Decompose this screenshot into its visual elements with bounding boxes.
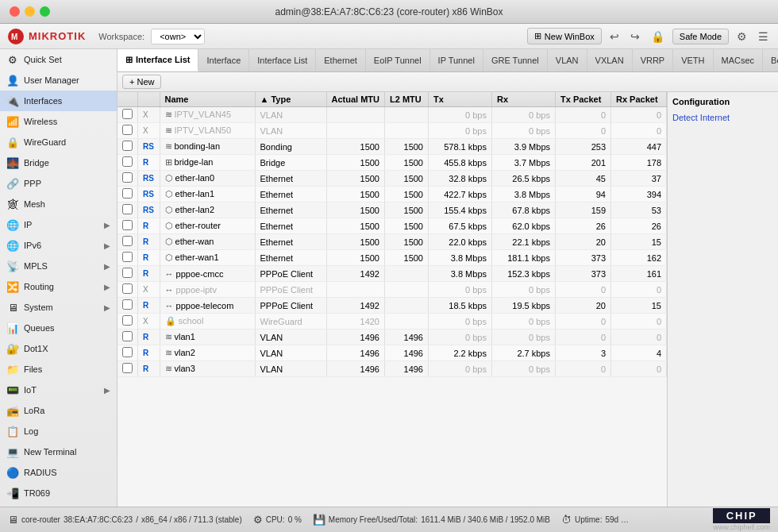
sidebar-item-ppp[interactable]: 🔗 PPP: [0, 173, 117, 194]
sidebar-item-bridge[interactable]: 🌉 Bridge: [0, 152, 117, 173]
col-rxp-header[interactable]: Rx Packet: [611, 92, 667, 107]
row-checkbox-cell[interactable]: [117, 282, 138, 298]
sidebar-item-new-terminal[interactable]: 💻 New Terminal: [0, 441, 117, 462]
table-row[interactable]: X ↔ pppoe-iptv PPPoE Client 0 bps 0 bps …: [117, 282, 667, 298]
row-checkbox[interactable]: [122, 283, 133, 294]
sidebar-item-log[interactable]: 📋 Log: [0, 421, 117, 441]
row-checkbox[interactable]: [122, 268, 133, 278]
sidebar-item-tools[interactable]: 🔧 Tools ▶: [0, 503, 117, 507]
sidebar-item-routing[interactable]: 🔀 Routing ▶: [0, 276, 117, 297]
sidebar-item-tr069[interactable]: 📲 TR069: [0, 483, 117, 503]
sidebar-item-system[interactable]: 🖥 System ▶: [0, 297, 117, 318]
tab-ip-tunnel-tab[interactable]: IP Tunnel: [430, 49, 483, 71]
tab-veth-tab[interactable]: VETH: [673, 49, 713, 71]
redo-button[interactable]: ↪: [627, 29, 643, 44]
table-row[interactable]: RS ⬡ ether-lan1 Ethernet 1500 1500 422.7…: [117, 187, 667, 202]
sidebar-item-mpls[interactable]: 📡 MPLS ▶: [0, 256, 117, 276]
row-checkbox[interactable]: [122, 220, 133, 230]
col-name-header[interactable]: Name: [160, 92, 255, 107]
new-winbox-button[interactable]: ⊞ New WinBox: [527, 28, 602, 44]
menu-icon[interactable]: ☰: [755, 29, 772, 44]
tab-gre-tunnel-tab[interactable]: GRE Tunnel: [483, 49, 548, 71]
sidebar-item-quick-set[interactable]: ⚙ Quick Set: [0, 49, 117, 70]
col-type-header[interactable]: ▲ Type: [255, 92, 326, 107]
row-checkbox-cell[interactable]: [117, 250, 138, 266]
tab-bonding-tab[interactable]: Bonding: [763, 49, 778, 71]
tab-interface-list-2[interactable]: Interface List: [249, 49, 316, 71]
row-checkbox[interactable]: [122, 125, 133, 135]
col-l2mtu-header[interactable]: L2 MTU: [385, 92, 429, 107]
tab-vxlan-tab[interactable]: VXLAN: [587, 49, 633, 71]
table-row[interactable]: R ↔ pppoe-cmcc PPPoE Client 1492 3.8 Mbp…: [117, 266, 667, 282]
sidebar-item-lora[interactable]: 📻 LoRa: [0, 400, 117, 421]
col-check[interactable]: [117, 92, 138, 107]
row-checkbox-cell[interactable]: [117, 107, 138, 123]
workspace-select[interactable]: <own>: [151, 29, 205, 44]
detect-internet-link[interactable]: Detect Internet: [672, 111, 773, 124]
sidebar-item-ip[interactable]: 🌐 IP ▶: [0, 214, 117, 235]
row-checkbox[interactable]: [122, 188, 133, 199]
row-checkbox-cell[interactable]: [117, 171, 138, 187]
sidebar-item-ipv6[interactable]: 🌐 IPv6 ▶: [0, 235, 117, 256]
row-checkbox[interactable]: [122, 156, 133, 167]
row-checkbox-cell[interactable]: [117, 187, 138, 202]
table-row[interactable]: R ⬡ ether-wan1 Ethernet 1500 1500 3.8 Mb…: [117, 250, 667, 266]
row-checkbox[interactable]: [122, 172, 133, 183]
settings-icon[interactable]: ⚙: [734, 29, 750, 44]
row-checkbox[interactable]: [122, 331, 133, 341]
row-checkbox[interactable]: [122, 363, 133, 373]
tab-macsec-tab[interactable]: MACsec: [714, 49, 764, 71]
row-checkbox-cell[interactable]: [117, 155, 138, 171]
sidebar-item-queues[interactable]: 📊 Queues: [0, 318, 117, 338]
tab-eoip-tunnel-tab[interactable]: EoIP Tunnel: [366, 49, 430, 71]
tab-interface-tab[interactable]: Interface: [198, 49, 249, 71]
safe-mode-button[interactable]: Safe Mode: [672, 29, 729, 44]
row-checkbox-cell[interactable]: [117, 139, 138, 155]
table-row[interactable]: R ↔ pppoe-telecom PPPoE Client 1492 18.5…: [117, 298, 667, 314]
table-row[interactable]: X 🔒 school WireGuard 1420 0 bps 0 bps 0 …: [117, 314, 667, 330]
row-checkbox[interactable]: [122, 204, 133, 214]
sidebar-item-iot[interactable]: 📟 IoT ▶: [0, 380, 117, 400]
row-checkbox[interactable]: [122, 252, 133, 262]
row-checkbox-cell[interactable]: [117, 234, 138, 250]
row-checkbox-cell[interactable]: [117, 202, 138, 218]
table-row[interactable]: R ≋ vlan1 VLAN 1496 1496 0 bps 0 bps 0 0: [117, 330, 667, 345]
row-checkbox-cell[interactable]: [117, 123, 138, 139]
sidebar-item-interfaces[interactable]: 🔌 Interfaces: [0, 91, 117, 111]
table-row[interactable]: R ⬡ ether-wan Ethernet 1500 1500 22.0 kb…: [117, 234, 667, 250]
tab-ethernet-tab[interactable]: Ethernet: [316, 49, 366, 71]
row-checkbox-cell[interactable]: [117, 266, 138, 282]
table-row[interactable]: R ⊞ bridge-lan Bridge 1500 1500 455.8 kb…: [117, 155, 667, 171]
maximize-button[interactable]: [40, 6, 50, 17]
col-flag[interactable]: [138, 92, 160, 107]
table-row[interactable]: RS ⬡ ether-lan0 Ethernet 1500 1500 32.8 …: [117, 171, 667, 187]
table-row[interactable]: RS ⬡ ether-lan2 Ethernet 1500 1500 155.4…: [117, 202, 667, 218]
col-tx-header[interactable]: Tx: [429, 92, 492, 107]
row-checkbox[interactable]: [122, 109, 133, 119]
undo-button[interactable]: ↩: [607, 29, 622, 44]
tab-vrrp-tab[interactable]: VRRP: [633, 49, 674, 71]
sidebar-item-wireless[interactable]: 📶 Wireless: [0, 111, 117, 132]
row-checkbox[interactable]: [122, 299, 133, 310]
col-txp-header[interactable]: Tx Packet: [556, 92, 611, 107]
table-row[interactable]: X ≋ IPTV_VLAN45 VLAN 0 bps 0 bps 0 0: [117, 107, 667, 123]
col-rx-header[interactable]: Rx: [492, 92, 556, 107]
minimize-button[interactable]: [25, 6, 35, 17]
table-row[interactable]: R ≋ vlan3 VLAN 1496 1496 0 bps 0 bps 0 0: [117, 361, 667, 377]
row-checkbox[interactable]: [122, 236, 133, 246]
sidebar-item-dot1x[interactable]: 🔐 Dot1X: [0, 338, 117, 359]
close-button[interactable]: [10, 6, 20, 17]
row-checkbox-cell[interactable]: [117, 314, 138, 330]
table-row[interactable]: RS ≋ bonding-lan Bonding 1500 1500 578.1…: [117, 139, 667, 155]
sidebar-item-user-manager[interactable]: 👤 User Manager: [0, 70, 117, 91]
row-checkbox-cell[interactable]: [117, 218, 138, 234]
row-checkbox[interactable]: [122, 315, 133, 326]
row-checkbox-cell[interactable]: [117, 361, 138, 377]
col-amtu-header[interactable]: Actual MTU: [326, 92, 385, 107]
row-checkbox[interactable]: [122, 347, 133, 357]
table-row[interactable]: X ≋ IPTV_VLAN50 VLAN 0 bps 0 bps 0 0: [117, 123, 667, 139]
row-checkbox-cell[interactable]: [117, 298, 138, 314]
tab-interface-list-tab[interactable]: ⊞ Interface List: [117, 49, 198, 71]
sidebar-item-mesh[interactable]: 🕸 Mesh: [0, 194, 117, 214]
row-checkbox-cell[interactable]: [117, 330, 138, 345]
